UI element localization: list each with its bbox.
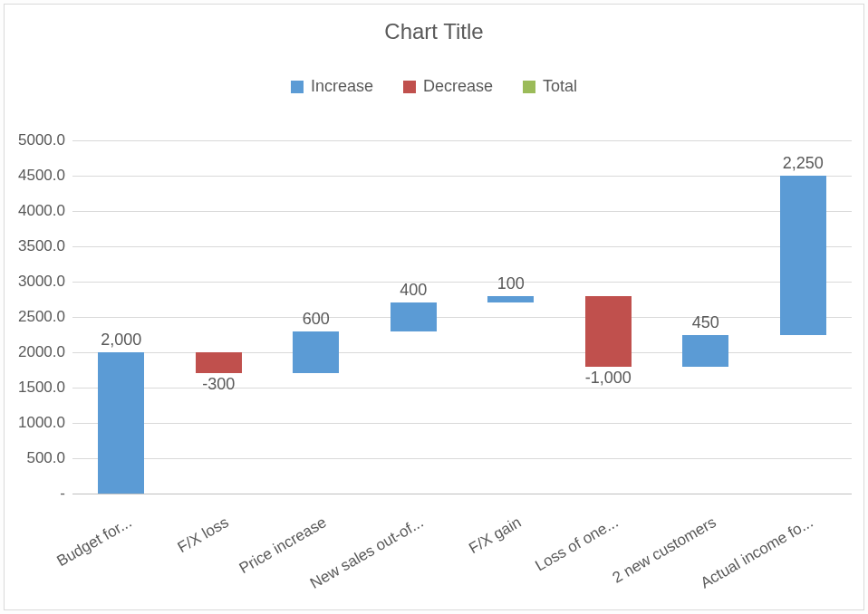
y-tick-label: 2500.0 bbox=[18, 308, 72, 326]
bar-increase[interactable] bbox=[780, 176, 826, 335]
bar-increase[interactable] bbox=[682, 335, 728, 367]
x-tick-label: Budget for... bbox=[0, 513, 135, 601]
y-tick-label: 1000.0 bbox=[18, 414, 72, 432]
x-axis-labels: Budget for...F/X lossPrice increaseNew s… bbox=[72, 501, 852, 609]
x-tick-label: F/X gain bbox=[390, 513, 525, 601]
chart-title: Chart Title bbox=[5, 19, 863, 44]
y-tick-label: 5000.0 bbox=[18, 131, 72, 149]
bar-increase[interactable] bbox=[391, 302, 437, 331]
legend-decrease[interactable]: Decrease bbox=[403, 77, 493, 96]
y-tick-label: 4500.0 bbox=[18, 167, 72, 185]
gridline bbox=[72, 140, 852, 141]
gridline bbox=[72, 352, 852, 353]
legend-total-label: Total bbox=[543, 77, 577, 96]
y-tick-label: 1500.0 bbox=[18, 379, 72, 397]
y-tick-label: - bbox=[60, 484, 72, 503]
gridline bbox=[72, 458, 852, 459]
bar-increase[interactable] bbox=[293, 331, 339, 374]
gridline bbox=[72, 246, 852, 247]
y-tick-label: 500.0 bbox=[26, 449, 72, 467]
legend-decrease-label: Decrease bbox=[423, 77, 493, 96]
chart-container: Chart Title Increase Decrease Total -500… bbox=[4, 4, 864, 610]
gridline bbox=[72, 282, 852, 283]
legend-decrease-swatch bbox=[403, 81, 416, 93]
legend-total-swatch bbox=[523, 81, 535, 93]
bar-increase[interactable] bbox=[98, 352, 144, 494]
y-tick-label: 2000.0 bbox=[18, 343, 72, 361]
value-label: 2,000 bbox=[101, 331, 141, 350]
legend-increase[interactable]: Increase bbox=[291, 77, 373, 96]
gridline bbox=[72, 494, 852, 494]
gridline bbox=[72, 176, 852, 177]
legend-total[interactable]: Total bbox=[523, 77, 577, 96]
x-tick-label: Loss of one... bbox=[487, 513, 622, 601]
gridline bbox=[72, 423, 852, 424]
y-tick-label: 3500.0 bbox=[18, 237, 72, 255]
gridline bbox=[72, 211, 852, 212]
y-tick-label: 4000.0 bbox=[18, 202, 72, 220]
bar-decrease[interactable] bbox=[585, 296, 632, 367]
x-tick-label: 2 new customers bbox=[584, 513, 719, 601]
value-label: 450 bbox=[692, 313, 719, 332]
x-tick-label: F/X loss bbox=[98, 513, 233, 601]
value-label: 600 bbox=[303, 310, 330, 329]
x-tick-label: Price increase bbox=[195, 513, 330, 601]
plot-area[interactable]: -500.01000.01500.02000.02500.03000.03500… bbox=[72, 140, 852, 494]
value-label: 400 bbox=[400, 281, 427, 300]
legend-increase-label: Increase bbox=[311, 77, 373, 96]
value-label: -300 bbox=[202, 375, 235, 394]
legend-increase-swatch bbox=[291, 81, 304, 93]
value-label: 100 bbox=[497, 274, 525, 293]
value-label: -1,000 bbox=[585, 369, 632, 388]
x-tick-label: New sales out-of... bbox=[293, 513, 428, 601]
bar-increase[interactable] bbox=[487, 296, 534, 303]
bar-decrease[interactable] bbox=[196, 352, 242, 373]
value-label: 2,250 bbox=[783, 154, 824, 173]
chart-legend: Increase Decrease Total bbox=[5, 77, 863, 98]
x-tick-label: Actual income fo... bbox=[682, 513, 817, 601]
gridline bbox=[72, 317, 852, 318]
gridline bbox=[72, 388, 852, 389]
y-tick-label: 3000.0 bbox=[18, 273, 72, 291]
